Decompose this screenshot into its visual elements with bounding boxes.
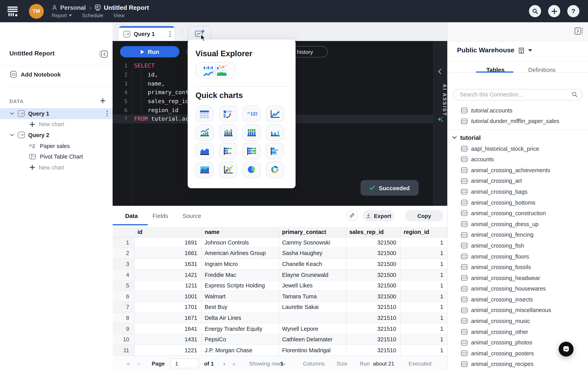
visual-explorer-button[interactable]: [196, 62, 235, 79]
column-header-sales-rep-id[interactable]: sales_rep_id: [346, 227, 400, 237]
new-chart-tab-button[interactable]: [188, 26, 211, 41]
help-button[interactable]: ?: [567, 5, 579, 17]
column-header-name[interactable]: name: [201, 227, 279, 237]
chevron-down-icon[interactable]: [10, 112, 14, 115]
tab-fields[interactable]: Fields: [152, 212, 168, 219]
sidebar-item-query-2[interactable]: Query 2: [0, 130, 113, 140]
add-button[interactable]: [548, 5, 560, 17]
export-button[interactable]: Export: [363, 210, 394, 221]
menu-schedule[interactable]: Schedule: [82, 12, 103, 18]
results-table[interactable]: idnameprimary_contactsales_rep_idregion_…: [113, 227, 447, 356]
copy-button[interactable]: Copy: [405, 210, 443, 221]
table-row[interactable]: 51211Express Scripts HoldingJewell Likes…: [113, 280, 447, 291]
table-item-animal-crossing-housewares[interactable]: animal_crossing_housewares: [448, 283, 588, 294]
avatar[interactable]: TM: [29, 4, 44, 19]
table-row[interactable]: 101431PepsiCoCathleen Delamater3215101: [113, 334, 447, 345]
breadcrumb-report-title[interactable]: Untitled Report: [104, 4, 149, 11]
table-item-animal-crossing-music[interactable]: animal_crossing_music: [448, 316, 588, 326]
prev-page-button[interactable]: ‹: [138, 360, 140, 367]
table-item-animal-crossing-art[interactable]: animal_crossing_art: [448, 176, 588, 186]
column-header-region-id[interactable]: region_id: [400, 227, 447, 237]
table-row[interactable]: 91641Energy Transfer EquityWynell Lepore…: [113, 323, 447, 334]
quick-chart-table-button[interactable]: [196, 105, 214, 122]
quick-chart-stacked-column-100-button[interactable]: [242, 124, 261, 141]
quick-chart-stacked-bar-button[interactable]: [219, 142, 237, 159]
breadcrumb-workspace[interactable]: Personal: [60, 4, 86, 11]
add-query-button[interactable]: [100, 98, 105, 103]
table-item-animal-crossing-floors[interactable]: animal_crossing_floors: [448, 251, 588, 262]
quick-chart-grouped-bar-button[interactable]: [266, 142, 284, 159]
quick-chart-grouped-column-button[interactable]: [266, 124, 284, 141]
column-header-id[interactable]: id: [134, 227, 201, 237]
quick-chart-stacked-column-button[interactable]: [219, 124, 237, 141]
sidebar-item-paper-sales[interactable]: ^2Paper sales: [0, 140, 113, 151]
table-row[interactable]: 11691Johnson ControlsCammy Sosnowski3215…: [113, 237, 447, 248]
connection-search[interactable]: [453, 89, 583, 100]
quick-chart-scatter-button[interactable]: [219, 161, 237, 178]
table-item-animal-crossing-fish[interactable]: animal_crossing_fish: [448, 240, 588, 251]
quick-chart-line-button[interactable]: [266, 105, 284, 122]
sidebar-item-new-chart[interactable]: New chart: [0, 119, 113, 130]
table-item-animal-crossing-bottoms[interactable]: animal_crossing_bottoms: [448, 197, 588, 208]
connection-selector[interactable]: Public Warehouse: [457, 47, 532, 54]
ai-assist-panel[interactable]: AI ASSIST: [433, 41, 447, 206]
connection-search-input[interactable]: [459, 91, 572, 98]
run-button[interactable]: Run: [120, 46, 179, 57]
tab-menu-icon[interactable]: [169, 31, 171, 37]
sidebar-item-new-chart[interactable]: New chart: [0, 162, 113, 173]
sidebar-item-pivot-table-chart[interactable]: Pivot Table Chart: [0, 151, 113, 162]
item-menu-icon[interactable]: [106, 110, 108, 116]
next-page-button[interactable]: ›: [223, 360, 225, 367]
table-item-animal-crossing-dress-up[interactable]: animal_crossing_dress_up: [448, 219, 588, 230]
table-row[interactable]: 61001WalmartTamara Tuma3215001: [113, 291, 447, 302]
tab-source[interactable]: Source: [183, 212, 201, 219]
table-item-animal-crossing-miscellaneous[interactable]: animal_crossing_miscellaneous: [448, 305, 588, 316]
table-item-animal-crossing-fossils[interactable]: animal_crossing_fossils: [448, 262, 588, 273]
quick-chart-stacked-area-100-button[interactable]: [196, 161, 214, 178]
page-input[interactable]: [170, 359, 199, 368]
table-row[interactable]: 21661American Airlines GroupSasha Haughe…: [113, 248, 447, 259]
menu-view[interactable]: View: [114, 12, 125, 18]
last-page-button[interactable]: »: [232, 360, 236, 367]
quick-chart-pivot-table-button[interactable]: [219, 105, 237, 122]
mode-logo-icon[interactable]: [7, 6, 19, 17]
chevron-down-icon[interactable]: [10, 134, 14, 136]
sidebar-collapse-button[interactable]: [99, 50, 108, 58]
table-row[interactable]: 71701Best BuyLaurette Sakai3215101: [113, 302, 447, 312]
table-row[interactable]: 111221J.P. Morgan ChaseFlorentino Madrig…: [113, 345, 447, 356]
chat-widget-button[interactable]: [559, 342, 574, 357]
quick-chart-area-button[interactable]: [196, 142, 214, 159]
quick-chart-stacked-bar-100-button[interactable]: [242, 142, 261, 159]
first-page-button[interactable]: «: [127, 360, 130, 367]
table-item-animal-crossing-insects[interactable]: animal_crossing_insects: [448, 294, 588, 305]
table-item-animal-crossing-headwear[interactable]: animal_crossing_headwear: [448, 273, 588, 283]
schema-group-tutorial[interactable]: tutorial: [448, 132, 588, 143]
quick-chart-donut-button[interactable]: [266, 161, 284, 178]
table-row[interactable]: 31631Ingram MicroChanelle Keach3215001: [113, 259, 447, 269]
table-item-animal-crossing-achievements[interactable]: animal_crossing_achievements: [448, 165, 588, 176]
tab-data[interactable]: Data: [125, 212, 138, 219]
table-item-aapl-historical-stock-price[interactable]: aapl_historical_stock_price: [448, 143, 588, 154]
search-button[interactable]: [529, 5, 541, 17]
share-link-button[interactable]: [346, 210, 358, 221]
quick-chart-line-bar-combo-button[interactable]: [196, 124, 214, 141]
panel-collapse-button[interactable]: [574, 27, 583, 35]
pinned-table-accounts[interactable]: tutorial.accounts: [448, 105, 588, 116]
table-item-animal-crossing-fencing[interactable]: animal_crossing_fencing: [448, 230, 588, 240]
menu-report[interactable]: Report: [52, 12, 72, 18]
table-item-animal-crossing-construction[interactable]: animal_crossing_construction: [448, 208, 588, 219]
sidebar-item-query-1[interactable]: Query 1: [0, 108, 113, 119]
column-header-primary-contact[interactable]: primary_contact: [279, 227, 346, 237]
tab-query-1[interactable]: Query 1: [118, 26, 175, 42]
table-item-animal-crossing-recipes[interactable]: animal_crossing_recipes: [448, 359, 588, 370]
add-notebook-button[interactable]: Add Notebook: [9, 71, 61, 78]
table-item-animal-crossing-bags[interactable]: animal_crossing_bags: [448, 186, 588, 197]
quick-chart-pie-button[interactable]: [242, 161, 261, 178]
pinned-table-dunder-mifflin-paper-sales[interactable]: tutorial.dunder_mifflin_paper_sales: [448, 116, 588, 127]
tab-definitions[interactable]: Definitions: [528, 66, 556, 73]
table-row[interactable]: 41421Freddie MacElayne Grunewald3215001: [113, 270, 447, 280]
quick-chart-big-number-button[interactable]: 123: [242, 105, 261, 122]
table-row[interactable]: 81671Delta Air Lines3215101: [113, 312, 447, 323]
table-item-accounts[interactable]: accounts: [448, 154, 588, 165]
table-item-animal-crossing-other[interactable]: animal_crossing_other: [448, 326, 588, 337]
